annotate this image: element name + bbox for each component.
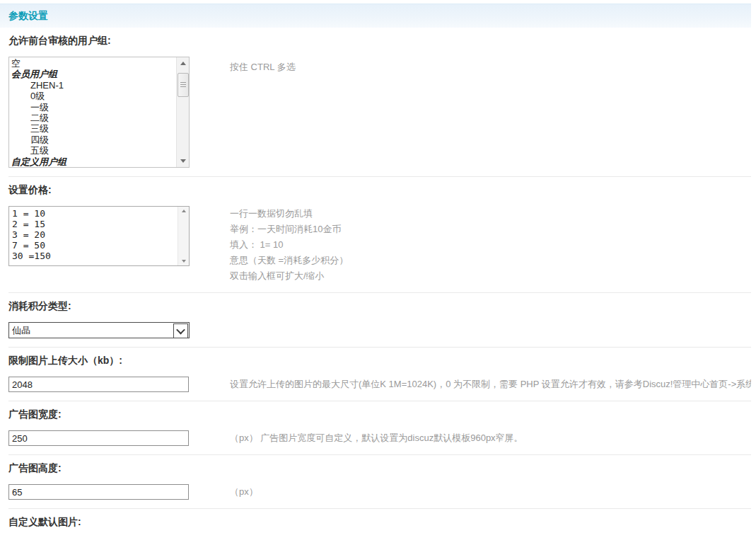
form-row-upload-size: 限制图片上传大小（kb）: 设置允许上传的图片的最大尺寸(单位K 1M=1024… [8,348,751,401]
upload-size-input[interactable] [8,377,189,392]
usergroups-label: 允许前台审核的用户组: [8,35,751,47]
price-hint-line: 一行一数据切勿乱填 [230,206,348,222]
price-hint-line: 举例：一天时间消耗10金币 [230,222,348,237]
credit-type-select-wrap: 仙晶 [8,322,190,338]
form-row-price: 设置价格: 1 = 10 2 = 15 3 = 20 7 = 50 30 =15… [8,177,751,293]
triangle-down-icon [182,260,186,263]
listbox-option[interactable]: 五级 [11,145,175,156]
listbox-scrollbar[interactable] [176,57,189,167]
default-image-label: 自定义默认图片: [8,516,751,529]
scrollbar-thumb[interactable] [178,73,189,97]
page-title: 参数设置 [0,10,48,23]
ad-width-input[interactable] [8,430,189,446]
form-row-usergroups: 允许前台审核的用户组: 空会员用户组ZHEN-10级一级二级三级四级五级自定义用… [8,28,751,177]
listbox-option[interactable]: 三级 [11,123,175,134]
triangle-up-icon [182,210,186,212]
usergroups-listbox[interactable]: 空会员用户组ZHEN-10级一级二级三级四级五级自定义用户组 [8,57,190,168]
price-hint-line: 意思（天数 =消耗多少积分） [230,253,348,268]
settings-form: 允许前台审核的用户组: 空会员用户组ZHEN-10级一级二级三级四级五级自定义用… [0,28,756,533]
ad-width-label: 广告图宽度: [8,408,751,421]
listbox-option[interactable]: 会员用户组 [11,69,175,79]
price-label: 设置价格: [8,184,751,197]
listbox-option[interactable]: 0级 [11,91,175,101]
ad-width-hint: （px） 广告图片宽度可自定义，默认设置为discuz默认模板960px窄屏。 [230,432,751,445]
ad-height-label: 广告图高度: [8,462,751,475]
usergroups-hint: 按住 CTRL 多选 [230,57,296,168]
form-row-credit-type: 消耗积分类型: 仙晶 [8,293,751,348]
listbox-option[interactable]: 一级 [11,102,175,113]
form-row-ad-width: 广告图宽度: （px） 广告图片宽度可自定义，默认设置为discuz默认模板96… [8,401,751,455]
upload-size-hint: 设置允许上传的图片的最大尺寸(单位K 1M=1024K)，0 为不限制，需要 P… [230,378,751,391]
price-textarea-wrap: 1 = 10 2 = 15 3 = 20 7 = 50 30 =150 [8,206,190,266]
price-textarea[interactable]: 1 = 10 2 = 15 3 = 20 7 = 50 30 =150 [9,207,178,264]
listbox-option[interactable]: 二级 [11,113,175,123]
section-header: 参数设置 [0,4,751,28]
form-row-default-image: 自定义默认图片: 如果不喜欢默认的广告位招揽图片，可自行填入图片链接替换。（改变… [8,509,751,533]
listbox-option[interactable]: 四级 [11,134,175,145]
price-hint-line: 双击输入框可扩大/缩小 [230,268,348,284]
triangle-up-icon [180,62,186,65]
scroll-up-button[interactable] [177,57,189,69]
listbox-option[interactable]: 自定义用户组 [11,156,175,167]
grip-icon [180,82,186,88]
form-row-ad-height: 广告图高度: （px） [8,455,751,509]
scroll-down-button[interactable] [177,155,189,167]
usergroups-option-list: 空会员用户组ZHEN-10级一级二级三级四级五级自定义用户组 [9,57,189,167]
credit-type-select[interactable]: 仙晶 [8,322,190,338]
triangle-down-icon [180,159,186,163]
credit-type-label: 消耗积分类型: [8,300,751,313]
listbox-option[interactable]: ZHEN-1 [11,80,175,91]
textarea-scrollbar[interactable] [178,207,189,265]
settings-page: 参数设置 允许前台审核的用户组: 空会员用户组ZHEN-10级一级二级三级四级五… [0,0,756,533]
listbox-option[interactable]: 空 [11,58,175,69]
price-hint-line: 填入： 1= 10 [230,237,348,253]
ad-height-input[interactable] [8,484,189,500]
price-hints: 一行一数据切勿乱填举例：一天时间消耗10金币填入： 1= 10意思（天数 =消耗… [230,206,348,284]
ad-height-hint: （px） [230,486,751,498]
upload-size-label: 限制图片上传大小（kb）: [8,355,751,367]
